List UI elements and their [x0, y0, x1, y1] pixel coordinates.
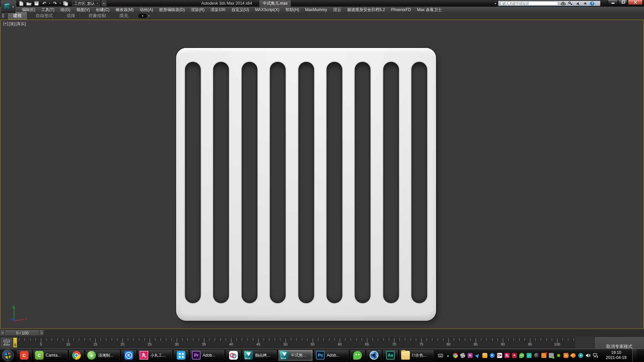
- menu-item[interactable]: 组(G): [57, 7, 73, 12]
- n-clip-icon[interactable]: N: [468, 353, 473, 358]
- show-desktop-button[interactable]: [632, 349, 637, 362]
- menu-item[interactable]: 极速瘦身安全归档5.2: [344, 7, 388, 12]
- next-frame-button[interactable]: >: [40, 330, 44, 336]
- communication-satellite-icon[interactable]: [575, 1, 580, 6]
- taskbar-button[interactable]: 中式角...: [278, 350, 313, 361]
- taskbar-button[interactable]: PsAdob...: [314, 350, 349, 361]
- menu-item[interactable]: MAXScript(X): [252, 7, 282, 12]
- viewport[interactable]: [+][顶][真实] y x: [0, 19, 644, 329]
- ribbon-tab[interactable]: 自由形式: [31, 12, 58, 19]
- tim-plane-icon[interactable]: [475, 353, 480, 358]
- new-file-icon[interactable]: [18, 1, 24, 6]
- minimize-button[interactable]: [608, 0, 618, 5]
- taskbar-button[interactable]: 丸小丸工...: [138, 350, 172, 361]
- dark-sphere-icon[interactable]: [534, 353, 539, 358]
- taskbar-button[interactable]: [366, 350, 382, 361]
- ime-keyboard-icon[interactable]: [438, 353, 443, 358]
- undo-icon[interactable]: ↶: [41, 1, 47, 6]
- taskbar-button[interactable]: Au: [383, 350, 398, 361]
- viewport-label-segment[interactable]: [+]: [3, 21, 8, 27]
- menu-item[interactable]: 自定义(U): [228, 7, 252, 12]
- viewport-label-segment[interactable]: [顶]: [9, 21, 15, 27]
- undo-history-caret-icon[interactable]: ▾: [49, 2, 50, 5]
- search-binoculars-icon[interactable]: [560, 1, 566, 6]
- timeline-ruler[interactable]: 0 51015202530354045505560657075808590951…: [13, 337, 575, 348]
- taskbar-button[interactable]: 御品烤...: [242, 350, 277, 361]
- orange-window-icon[interactable]: [541, 353, 546, 358]
- project-paste-icon[interactable]: [62, 1, 68, 6]
- menu-item[interactable]: 渲染(R): [188, 7, 208, 12]
- mini-curve-editor-button[interactable]: [1, 338, 12, 347]
- taskbar-clock[interactable]: 19:10 2021-04-19: [603, 350, 630, 360]
- menu-item[interactable]: 视图(V): [73, 7, 93, 12]
- scene-object-grille[interactable]: [176, 48, 436, 321]
- favorites-star-icon[interactable]: ★: [583, 1, 588, 6]
- taskbar-button[interactable]: I:\古色...: [399, 350, 434, 361]
- workspace-selector[interactable]: 工作区: 默认 ▾: [72, 1, 100, 6]
- close-button[interactable]: [628, 0, 643, 5]
- teal-e-icon[interactable]: e: [578, 353, 583, 358]
- wechat-tray-icon[interactable]: [519, 353, 524, 358]
- nvidia-icon[interactable]: [556, 353, 561, 358]
- menu-item[interactable]: PhoenixFD: [388, 7, 414, 12]
- application-menu-button[interactable]: ▾: [1, 0, 16, 13]
- taskbar-button[interactable]: e涟漪制...: [85, 350, 120, 361]
- menu-item[interactable]: 帮助(H): [282, 7, 302, 12]
- redo-history-caret-icon[interactable]: ▾: [60, 2, 61, 5]
- menu-item[interactable]: 创建(C): [93, 7, 113, 12]
- chrome-tray-icon[interactable]: [453, 353, 458, 358]
- restore-button[interactable]: [618, 0, 628, 5]
- usb-orange-icon[interactable]: [482, 353, 487, 358]
- help-caret-icon[interactable]: ▾: [597, 2, 598, 5]
- taskbar-button[interactable]: C: [16, 350, 32, 361]
- frame-display[interactable]: 0 / 100: [5, 330, 39, 336]
- menu-item[interactable]: MaxMummy: [302, 7, 330, 12]
- menu-item[interactable]: 渲云: [330, 7, 344, 12]
- infocenter-toggle-icon[interactable]: ▸: [495, 1, 498, 6]
- menu-item[interactable]: 修改器(M): [112, 7, 137, 12]
- ribbon-tab[interactable]: 选择: [62, 12, 80, 19]
- ribbon-drag-handle[interactable]: [1, 14, 5, 18]
- rings-tray-icon[interactable]: [497, 353, 502, 358]
- qat-flyout-button[interactable]: ▾: [102, 1, 106, 6]
- search-input[interactable]: [500, 1, 558, 5]
- taskbar-button-label: Camta...: [46, 353, 61, 358]
- menu-item[interactable]: 渲染100: [208, 7, 228, 12]
- usb-eject-icon[interactable]: [549, 353, 554, 358]
- taskbar-button[interactable]: K: [121, 350, 137, 361]
- volume-icon[interactable]: [586, 353, 591, 358]
- acrobat-icon[interactable]: A: [512, 353, 517, 358]
- ribbon-minimize-button[interactable]: ▾: [138, 14, 147, 18]
- xiaowan-tray-icon[interactable]: 丸: [504, 353, 509, 358]
- previous-frame-button[interactable]: <: [1, 330, 5, 336]
- save-file-icon[interactable]: [34, 1, 40, 6]
- pc-manager-check-icon[interactable]: [527, 353, 532, 358]
- show-hidden-caret-icon[interactable]: ▴: [445, 353, 450, 358]
- help-icon[interactable]: ?: [590, 1, 594, 6]
- taskbar-button[interactable]: [69, 350, 84, 361]
- key-icon[interactable]: [568, 1, 573, 6]
- taskbar-button[interactable]: [226, 350, 241, 361]
- open-file-icon[interactable]: [26, 1, 32, 6]
- menu-item[interactable]: 动画(A): [137, 7, 156, 12]
- flame-icon[interactable]: [570, 352, 577, 358]
- taskbar-button[interactable]: CCamta...: [33, 350, 68, 361]
- taskbar-button[interactable]: [350, 350, 365, 361]
- ribbon-minimize-caret-icon[interactable]: ▾: [148, 14, 150, 17]
- start-button[interactable]: [2, 350, 14, 361]
- time-slider-handle[interactable]: 0: [13, 338, 17, 348]
- menu-item[interactable]: 编辑(E): [19, 7, 38, 12]
- menu-item[interactable]: 工具(T): [38, 7, 57, 12]
- viewport-label-segment[interactable]: [真实]: [15, 21, 26, 27]
- ra-box-icon[interactable]: ra: [564, 353, 569, 358]
- menu-item[interactable]: Max 杀毒卫士: [414, 7, 445, 12]
- ribbon-tab[interactable]: 对象绘制: [84, 12, 111, 19]
- keyshot-tray-icon[interactable]: K: [490, 353, 495, 358]
- taskbar-button[interactable]: PrAdob...: [190, 350, 225, 361]
- redo-icon[interactable]: ↷: [52, 1, 58, 6]
- network-icon[interactable]: [593, 353, 598, 358]
- menu-item[interactable]: 图形编辑器(D): [156, 7, 188, 12]
- taskbar-button[interactable]: [173, 350, 189, 361]
- ribbon-tab[interactable]: 填充: [115, 12, 133, 19]
- pinwheel-icon[interactable]: [460, 353, 465, 358]
